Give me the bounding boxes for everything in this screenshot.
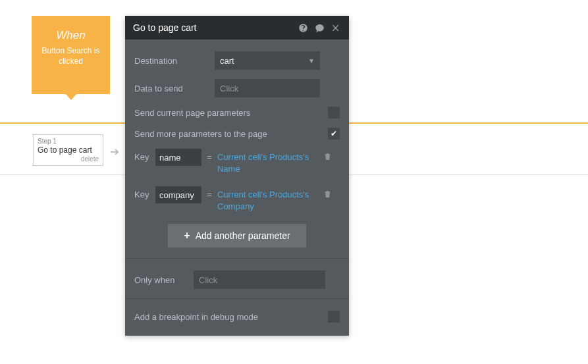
- delete-param-button[interactable]: [319, 186, 332, 201]
- add-parameter-label: Add another parameter: [196, 230, 290, 241]
- destination-label: Destination: [134, 56, 215, 66]
- section-breakpoint: Add a breakpoint in debug mode: [125, 299, 349, 336]
- close-icon[interactable]: [331, 23, 341, 33]
- property-panel: Go to page cart Destination cart ▼ Data …: [125, 16, 349, 336]
- key-input[interactable]: company: [155, 186, 201, 203]
- trigger-title: When: [36, 29, 106, 42]
- section-main: Destination cart ▼ Data to send Click Se…: [125, 39, 349, 259]
- chevron-down-icon: ▼: [308, 57, 315, 65]
- equals-sign: =: [201, 186, 217, 199]
- step-number: Step 1: [38, 138, 99, 145]
- panel-title: Go to page cart: [133, 16, 298, 39]
- help-icon[interactable]: [298, 23, 308, 33]
- expr-value[interactable]: Current cell's Products's Company: [217, 186, 319, 212]
- step-card[interactable]: Step 1 Go to page cart delete: [33, 134, 103, 166]
- breakpoint-label: Add a breakpoint in debug mode: [134, 312, 258, 322]
- section-only-when: Only when Click: [125, 259, 349, 299]
- send-current-label: Send current page parameters: [134, 108, 250, 118]
- data-to-send-label: Data to send: [134, 84, 215, 93]
- step-name: Go to page cart: [38, 145, 99, 155]
- key-input[interactable]: name: [155, 149, 201, 166]
- only-when-input[interactable]: Click: [194, 271, 325, 289]
- trigger-subtitle: Button Search is clicked: [36, 46, 106, 66]
- key-label: Key: [134, 186, 155, 199]
- data-to-send-input[interactable]: Click: [215, 79, 320, 97]
- param-row: Key company = Current cell's Products's …: [134, 186, 340, 212]
- send-more-checkbox[interactable]: ✔: [328, 128, 340, 140]
- send-current-checkbox[interactable]: [328, 107, 340, 118]
- expr-value[interactable]: Current cell's Products's Name: [217, 149, 319, 174]
- key-label: Key: [134, 149, 155, 162]
- trigger-block[interactable]: When Button Search is clicked: [32, 16, 110, 94]
- add-parameter-button[interactable]: + Add another parameter: [168, 224, 306, 247]
- equals-sign: =: [201, 149, 217, 162]
- destination-dropdown[interactable]: cart ▼: [215, 51, 320, 70]
- panel-header: Go to page cart: [125, 16, 349, 39]
- param-row: Key name = Current cell's Products's Nam…: [134, 149, 340, 174]
- delete-param-button[interactable]: [319, 149, 332, 163]
- destination-value: cart: [220, 56, 234, 66]
- plus-icon: +: [184, 230, 190, 241]
- arrow-right-icon: ➔: [110, 145, 119, 159]
- comment-icon[interactable]: [315, 23, 325, 33]
- send-more-label: Send more parameters to the page: [134, 129, 267, 139]
- step-delete[interactable]: delete: [38, 155, 99, 163]
- only-when-label: Only when: [134, 275, 194, 285]
- breakpoint-checkbox[interactable]: [328, 311, 340, 323]
